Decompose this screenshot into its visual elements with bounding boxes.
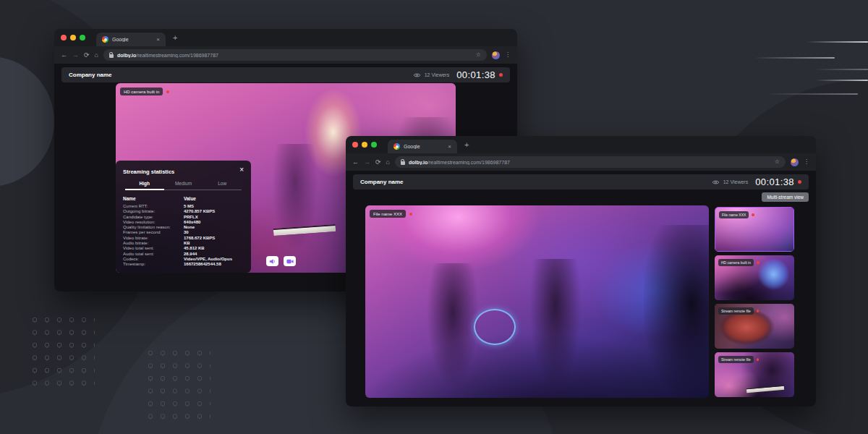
tab-high[interactable]: High <box>125 181 164 190</box>
stat-name: Frames per second <box>123 230 184 235</box>
thumbnail-label: Stream remote file <box>718 356 754 363</box>
viewers-eye-icon <box>413 72 421 78</box>
camera-operator-silhouette <box>644 225 709 398</box>
profile-avatar[interactable] <box>492 51 500 59</box>
table-row: Current RTT:5 MS <box>123 204 244 209</box>
stat-value: 1768.672 KBPS <box>184 236 244 241</box>
recording-dot <box>752 213 754 216</box>
tab-medium[interactable]: Medium <box>164 181 203 190</box>
new-tab-button[interactable]: + <box>464 141 469 149</box>
keyboard-silhouette <box>746 386 784 393</box>
url-domain: dolby.io <box>409 160 427 165</box>
audio-toggle-button[interactable] <box>266 256 278 266</box>
browser-tab[interactable]: Google × <box>96 33 166 46</box>
stream-thumbnail-1[interactable]: File name XXX <box>715 207 794 252</box>
url-text: dolby.io/realtimestreaming.com/198698778… <box>117 53 472 58</box>
back-icon[interactable]: ← <box>61 52 67 59</box>
tab-strip: Google × + <box>54 29 517 46</box>
table-row: Video bitrate:1768.672 KBPS <box>123 236 244 241</box>
menu-kebab-icon[interactable]: ⋮ <box>804 159 809 165</box>
close-window-button[interactable] <box>352 142 358 148</box>
stats-column-headers: Name Value <box>123 196 244 201</box>
table-row: Frames per second30 <box>123 230 244 235</box>
stream-thumbnail-2[interactable]: HD camera built in <box>715 255 794 300</box>
close-window-button[interactable] <box>61 35 67 41</box>
minimize-window-button[interactable] <box>362 142 367 148</box>
browser-toolbar: ← → ⟳ ⌂ dolby.io/realtimestreaming.com/1… <box>54 46 517 64</box>
maximize-window-button[interactable] <box>371 142 377 148</box>
stat-value: PRFLX <box>184 215 244 220</box>
stat-name: Quality limitation reason: <box>123 225 184 230</box>
dot-grid-decoration <box>31 316 95 391</box>
home-icon[interactable]: ⌂ <box>386 159 390 166</box>
recording-dot <box>757 261 760 264</box>
speaker-icon <box>269 258 276 265</box>
browser-tab[interactable]: Google × <box>388 140 457 153</box>
traffic-lights <box>61 35 85 41</box>
reload-icon[interactable]: ⟳ <box>84 52 90 59</box>
app-header: Company name 12 Viewers 00:01:38 <box>353 174 809 190</box>
stat-value: None <box>184 225 244 230</box>
streaming-app-front: Company name 12 Viewers 00:01:38 Multi-s… <box>346 171 816 407</box>
stats-panel-header: Streaming statistics × <box>123 166 244 175</box>
tab-low[interactable]: Low <box>203 181 242 190</box>
maximize-window-button[interactable] <box>80 35 85 41</box>
stream-thumbnail-3[interactable]: Stream remote file <box>715 304 794 349</box>
close-icon[interactable]: × <box>239 166 244 174</box>
video-source-label: File name XXX <box>370 210 406 218</box>
stats-quality-tabs: High Medium Low <box>125 181 242 190</box>
stat-value: 4270.857 KBPS <box>184 209 244 214</box>
stat-value: KB <box>184 241 244 246</box>
bookmark-star-icon[interactable]: ☆ <box>476 52 481 58</box>
forward-icon[interactable]: → <box>72 52 79 59</box>
address-bar[interactable]: dolby.io/realtimestreaming.com/198698778… <box>395 156 786 168</box>
url-path: /realtimestreaming.com/1986987787 <box>136 53 218 58</box>
thumbnail-label-row: Stream remote file <box>718 356 759 363</box>
video-source-label: HD camera built in <box>120 88 163 95</box>
main-stream-video: File name XXX <box>365 205 709 398</box>
profile-avatar[interactable] <box>791 158 799 166</box>
stat-value: 640x480 <box>184 220 244 225</box>
minimize-window-button[interactable] <box>70 35 76 41</box>
thumbnail-label: Stream remote file <box>718 307 754 315</box>
close-tab-icon[interactable]: × <box>156 37 160 43</box>
thumbnail-label-row: HD camera built in <box>718 259 760 266</box>
table-row: Outgoing bitrate:4270.857 KBPS <box>123 209 244 214</box>
performer-silhouette <box>272 144 318 252</box>
url-domain: dolby.io <box>117 53 136 58</box>
url-path: /realtimestreaming.com/1986987787 <box>427 160 510 165</box>
table-row: Quality limitation reason:None <box>123 225 244 230</box>
multi-stream-view-button[interactable]: Multi-stream view <box>762 192 809 202</box>
home-icon[interactable]: ⌂ <box>95 52 98 59</box>
google-favicon-icon <box>102 36 109 43</box>
video-label-row: File name XXX <box>370 210 412 218</box>
streak-decoration <box>814 69 868 70</box>
url-text: dolby.io/realtimestreaming.com/198698778… <box>409 160 771 165</box>
bookmark-star-icon[interactable]: ☆ <box>775 159 780 165</box>
thumbnail-label: HD camera built in <box>718 259 754 266</box>
stream-thumbnail-4[interactable]: Stream remote file <box>715 352 794 397</box>
neon-ring-decoration <box>474 309 516 345</box>
new-tab-button[interactable]: + <box>173 34 177 42</box>
back-icon[interactable]: ← <box>352 159 359 166</box>
stream-timer: 00:01:38 <box>755 176 794 187</box>
stat-value: 45.812 KB <box>184 246 244 251</box>
camera-toggle-button[interactable] <box>284 256 296 266</box>
streaming-statistics-panel: Streaming statistics × High Medium Low N… <box>116 161 251 273</box>
recording-dot <box>166 90 169 93</box>
stat-name: Codecs: <box>123 257 184 262</box>
close-tab-icon[interactable]: × <box>448 144 451 150</box>
table-row: Video resolution:640x480 <box>123 220 244 225</box>
video-frame <box>365 205 709 398</box>
stat-name: Audio total sent: <box>123 252 184 257</box>
reload-icon[interactable]: ⟳ <box>375 159 381 166</box>
guitarist-silhouette <box>427 263 478 386</box>
menu-kebab-icon[interactable]: ⋮ <box>505 52 511 58</box>
stat-name: Timestamp: <box>123 262 184 267</box>
address-bar[interactable]: dolby.io/realtimestreaming.com/198698778… <box>103 49 487 61</box>
forward-icon[interactable]: → <box>364 159 370 166</box>
stat-name: Outgoing bitrate: <box>123 209 184 214</box>
stat-value: 30 <box>184 230 244 235</box>
streak-decoration <box>754 57 835 59</box>
stat-value: 1667258642544.58 <box>184 262 244 267</box>
